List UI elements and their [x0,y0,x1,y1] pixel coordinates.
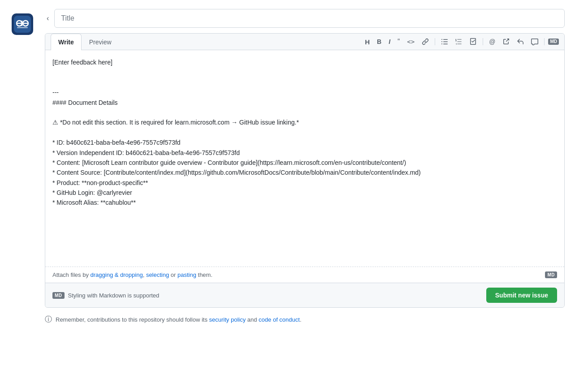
title-row: ‹ [45,9,565,28]
code-of-conduct-link[interactable]: code of conduct [259,316,300,323]
code-button[interactable]: <> [405,37,417,47]
toolbar-divider-2 [483,38,483,45]
attach-pasting-link[interactable]: pasting [177,271,196,278]
editor-tabs: Write Preview [51,34,119,50]
markdown-info: MD Styling with Markdown is supported [52,292,159,299]
unordered-list-button[interactable] [439,36,450,47]
mention-button[interactable]: @ [487,37,497,47]
link-button[interactable] [419,36,431,47]
reference-button[interactable] [500,36,512,47]
github-logo [12,13,33,35]
editor-header: Write Preview H B I “ <> [45,34,564,50]
attach-text: Attach files by dragging & dropping, sel… [52,271,212,278]
saved-replies-button[interactable] [529,36,540,47]
toolbar: H B I “ <> [363,36,559,47]
submit-button[interactable]: Submit new issue [486,288,557,303]
italic-button[interactable]: I [386,37,393,47]
editor-footer: MD Styling with Markdown is supported Su… [45,283,564,307]
security-policy-link[interactable]: security policy [209,316,246,323]
back-arrow[interactable]: ‹ [45,13,51,24]
svg-rect-6 [17,27,28,28]
markdown-text: Styling with Markdown is supported [68,292,160,299]
notice-text: Remember, contributions to this reposito… [56,316,302,323]
editor-textarea[interactable]: [Enter feedback here] --- #### Document … [45,50,564,265]
tab-preview[interactable]: Preview [82,34,119,50]
attach-drag-drop-link[interactable]: dragging & dropping [91,271,143,278]
remember-notice: ⓘ Remember, contributions to this reposi… [45,315,565,324]
info-icon: ⓘ [45,315,52,324]
reply-button[interactable] [514,36,526,47]
md-badge: MD [52,292,65,299]
sidebar [0,9,45,35]
task-list-button[interactable] [467,36,479,47]
main-content: ‹ Write Preview H B I “ <> [45,9,574,324]
heading-button[interactable]: H [363,37,372,47]
tab-write[interactable]: Write [51,34,82,50]
editor-container: Write Preview H B I “ <> [45,33,565,308]
toolbar-divider-1 [435,38,435,45]
attach-md-badge: MD [545,271,557,278]
attach-area: Attach files by dragging & dropping, sel… [45,267,564,283]
toolbar-divider-3 [544,38,545,45]
title-input[interactable] [54,9,565,28]
quote-button[interactable]: “ [395,36,402,47]
ordered-list-button[interactable] [453,36,465,47]
editor-body: [Enter feedback here] --- #### Document … [45,50,564,267]
bold-button[interactable]: B [375,37,384,47]
markdown-info-button[interactable]: MD [548,39,559,45]
attach-selecting-link[interactable]: selecting [146,271,169,278]
